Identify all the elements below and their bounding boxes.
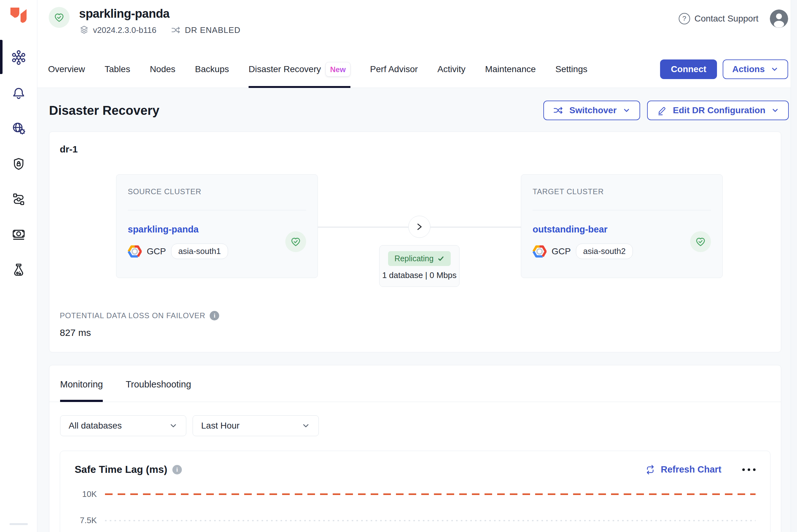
sidebar — [0, 0, 37, 532]
version-info: v2024.2.3.0-b116 — [79, 25, 156, 35]
version-label: v2024.2.3.0-b116 — [93, 25, 156, 35]
database-filter-select[interactable]: All databases — [60, 415, 186, 436]
divider — [533, 210, 711, 210]
sidebar-item-labs[interactable] — [11, 263, 26, 278]
threshold-line — [105, 493, 756, 495]
shuffle-icon — [171, 25, 181, 35]
chevron-down-icon — [771, 65, 779, 73]
refresh-chart-button[interactable]: Refresh Chart — [645, 464, 721, 475]
integrations-pipeline-icon — [12, 192, 26, 207]
info-icon[interactable]: i — [210, 311, 219, 320]
pencil-icon — [657, 105, 667, 116]
source-cluster-link[interactable]: sparkling-panda — [128, 224, 198, 234]
contact-support-link[interactable]: ? Contact Support — [679, 13, 758, 24]
sidebar-active-indicator — [0, 40, 2, 74]
main-column: sparkling-panda v2024.2.3.0-b116 DR E — [37, 0, 791, 532]
dr-config-name: dr-1 — [60, 144, 781, 155]
tab-troubleshooting[interactable]: Troubleshooting — [126, 365, 191, 402]
security-shield-icon — [12, 156, 26, 171]
tab-monitoring[interactable]: Monitoring — [60, 365, 103, 402]
tab-activity[interactable]: Activity — [437, 51, 466, 88]
heart-check-icon — [290, 236, 301, 247]
refresh-icon — [645, 464, 656, 475]
sidebar-item-network[interactable] — [11, 121, 26, 136]
layers-icon — [79, 25, 89, 35]
info-icon[interactable]: i — [172, 465, 182, 474]
tab-overview[interactable]: Overview — [48, 51, 85, 88]
target-provider: GCP — [552, 246, 571, 256]
replication-status-label: Replicating — [394, 254, 434, 263]
gridline — [105, 520, 756, 521]
tab-disaster-recovery[interactable]: Disaster Recovery New — [249, 51, 350, 88]
target-cluster-link[interactable]: outstanding-bear — [533, 224, 608, 234]
network-globe-icon — [11, 121, 26, 136]
chevron-down-icon — [301, 421, 310, 430]
y-tick-10k: 10K — [75, 489, 97, 499]
chart-plot-area: 10K 7.5K — [75, 489, 756, 525]
page-scrollbar[interactable] — [791, 0, 797, 532]
switchover-button[interactable]: Switchover — [543, 100, 640, 120]
target-region-chip: asia-south2 — [576, 244, 633, 259]
cluster-name-title: sparkling-panda — [79, 7, 241, 21]
tab-backups[interactable]: Backups — [195, 51, 229, 88]
chevron-down-icon — [622, 106, 631, 114]
sidebar-item-billing[interactable] — [11, 227, 26, 242]
alerts-bell-icon — [12, 86, 26, 100]
dr-enabled-label: DR ENABLED — [185, 25, 240, 35]
gcp-logo-icon — [533, 245, 547, 258]
sidebar-item-security[interactable] — [11, 156, 26, 171]
source-cluster-label: SOURCE CLUSTER — [128, 187, 306, 196]
monitoring-card: Monitoring Troubleshooting All databases… — [49, 365, 781, 532]
sidebar-item-integrations[interactable] — [11, 192, 26, 207]
tab-maintenance[interactable]: Maintenance — [485, 51, 536, 88]
chevron-down-icon — [169, 421, 178, 430]
user-avatar[interactable] — [770, 10, 788, 28]
source-health-badge — [285, 231, 306, 252]
source-region-chip: asia-south1 — [171, 244, 228, 259]
connect-button[interactable]: Connect — [660, 59, 717, 79]
help-icon: ? — [679, 13, 690, 24]
app-window: sparkling-panda v2024.2.3.0-b116 DR E — [0, 0, 797, 532]
time-range-value: Last Hour — [201, 421, 240, 431]
replication-status-pill: Replicating — [388, 251, 451, 266]
database-filter-value: All databases — [69, 421, 122, 431]
page-title: Disaster Recovery — [49, 103, 159, 118]
cluster-tab-bar: Overview Tables Nodes Backups Disaster R… — [37, 51, 791, 88]
sidebar-item-clusters[interactable] — [11, 50, 26, 65]
tab-nodes[interactable]: Nodes — [150, 51, 175, 88]
contact-support-label: Contact Support — [695, 14, 758, 24]
target-health-badge — [690, 231, 711, 252]
target-cluster-card: TARGET CLUSTER outstanding-bear — [521, 174, 723, 278]
y-tick-7-5k: 7.5K — [75, 516, 97, 525]
edit-dr-configuration-button[interactable]: Edit DR Configuration — [647, 100, 789, 120]
check-icon — [437, 255, 444, 262]
tab-perf-advisor[interactable]: Perf Advisor — [370, 51, 418, 88]
chevron-right-icon — [414, 222, 425, 232]
clusters-icon — [11, 50, 26, 65]
replication-status-box: Replicating 1 database | 0 Mbps — [379, 245, 459, 287]
data-loss-value: 827 ms — [60, 327, 781, 338]
content-area: Disaster Recovery Switchover — [37, 88, 791, 532]
tab-tables[interactable]: Tables — [105, 51, 130, 88]
yugabyte-logo[interactable] — [10, 7, 28, 23]
more-options-icon[interactable] — [742, 469, 756, 471]
source-cluster-card: SOURCE CLUSTER sparkling-panda — [116, 174, 318, 278]
chart-title: Safe Time Lag (ms) — [75, 464, 167, 475]
sidebar-scroll-handle — [10, 523, 28, 525]
monitoring-tab-bar: Monitoring Troubleshooting — [49, 365, 781, 402]
tab-settings[interactable]: Settings — [555, 51, 587, 88]
heart-check-icon — [695, 236, 706, 247]
replication-flow: SOURCE CLUSTER sparkling-panda — [49, 174, 781, 278]
dr-config-card: dr-1 SOURCE CLUSTER sparkling-panda — [49, 132, 781, 352]
avatar-person-icon — [770, 10, 788, 28]
safe-time-lag-chart-card: Safe Time Lag (ms) i Refresh Chart — [60, 451, 771, 532]
dr-enabled-badge: DR ENABLED — [171, 25, 240, 35]
potential-data-loss: POTENTIAL DATA LOSS ON FAILOVER i 827 ms — [60, 311, 781, 338]
replication-detail: 1 database | 0 Mbps — [380, 270, 459, 280]
shuffle-icon — [553, 105, 564, 116]
sidebar-item-alerts[interactable] — [11, 86, 26, 100]
gcp-logo-icon — [128, 245, 142, 258]
actions-button[interactable]: Actions — [723, 59, 788, 79]
source-provider: GCP — [147, 246, 166, 256]
time-range-select[interactable]: Last Hour — [193, 415, 319, 436]
